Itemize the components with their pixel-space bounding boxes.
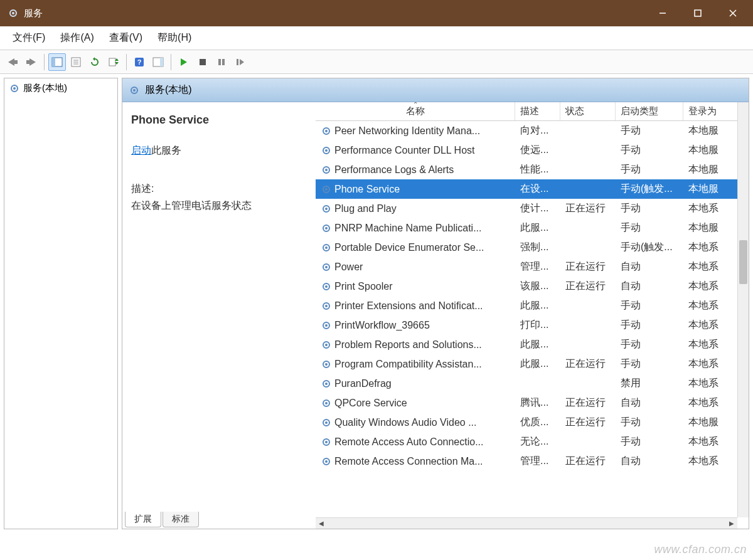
service-description: 强制... <box>515 241 560 254</box>
service-row[interactable]: Plug and Play使计...正在运行手动本地系 <box>316 199 749 218</box>
service-name: Remote Access Auto Connectio... <box>334 436 483 448</box>
gear-icon <box>321 203 332 214</box>
service-startup-type: 手动 <box>616 124 683 137</box>
service-name: Print Spooler <box>334 281 393 292</box>
action-pane-button[interactable] <box>149 53 167 71</box>
refresh-button[interactable] <box>86 53 104 71</box>
tree-root-services-local[interactable]: 服务(本地) <box>4 78 117 98</box>
close-button[interactable] <box>715 0 750 26</box>
gear-icon <box>321 281 332 292</box>
service-name: Plug and Play <box>334 203 397 214</box>
service-startup-type: 自动 <box>616 396 683 409</box>
service-row[interactable]: Peer Networking Identity Mana...向对...手动本… <box>316 121 749 140</box>
service-row[interactable]: Portable Device Enumerator Se...强制...手动(… <box>316 238 749 257</box>
maximize-button[interactable] <box>680 0 715 26</box>
service-row[interactable]: Problem Reports and Solutions...此服...手动本… <box>316 335 749 354</box>
column-startup-label: 启动类型 <box>621 105 658 117</box>
minimize-button[interactable] <box>645 0 680 26</box>
service-row[interactable]: Performance Counter DLL Host使远...手动本地服 <box>316 140 749 160</box>
service-description: 性能... <box>515 163 560 176</box>
menu-view[interactable]: 查看(V) <box>102 28 150 48</box>
restart-service-button[interactable] <box>232 53 249 71</box>
menu-help[interactable]: 帮助(H) <box>150 28 199 48</box>
svg-point-51 <box>325 305 328 307</box>
gear-icon <box>321 398 332 409</box>
service-row[interactable]: Print Spooler该服...正在运行自动本地系 <box>316 277 749 296</box>
gear-icon <box>321 359 332 370</box>
service-description: 使计... <box>515 202 560 215</box>
show-hide-tree-button[interactable] <box>48 53 66 71</box>
service-description: 该服... <box>515 280 560 293</box>
horizontal-scrollbar[interactable]: ◀ ▶ <box>316 517 737 529</box>
gear-icon <box>321 378 332 389</box>
service-startup-type: 手动 <box>616 416 683 429</box>
service-row[interactable]: PNRP Machine Name Publicati...此服...手动本地服 <box>316 218 749 238</box>
detail-pane: Phone Service 启动此服务 描述: 在设备上管理电话服务状态 <box>122 102 316 529</box>
service-startup-type: 手动 <box>616 163 683 176</box>
nav-forward-button[interactable] <box>23 53 40 71</box>
svg-rect-3 <box>695 10 701 16</box>
scroll-left-icon[interactable]: ◀ <box>316 518 327 529</box>
service-row[interactable]: Program Compatibility Assistan...此服...正在… <box>316 354 749 374</box>
service-status: 正在运行 <box>560 416 616 429</box>
service-description: 无论... <box>515 435 560 448</box>
service-row[interactable]: Quality Windows Audio Video ...优质...正在运行… <box>316 413 749 432</box>
scroll-right-icon[interactable]: ▶ <box>726 518 737 529</box>
service-status: 正在运行 <box>560 396 616 409</box>
gear-icon <box>129 85 140 96</box>
service-startup-type: 手动 <box>616 202 683 215</box>
svg-point-57 <box>325 363 328 366</box>
view-tabs: 扩展 标准 <box>125 512 200 527</box>
service-status: 正在运行 <box>560 455 616 468</box>
service-row[interactable]: Remote Access Connection Ma...管理...正在运行自… <box>316 452 749 471</box>
service-description: 打印... <box>515 319 560 332</box>
column-description[interactable]: 描述 <box>515 102 560 120</box>
service-row[interactable]: Printer Extensions and Notificat...此服...… <box>316 296 749 315</box>
help-button[interactable]: ? <box>131 53 148 71</box>
service-row[interactable]: Power管理...正在运行自动本地系 <box>316 257 749 277</box>
svg-rect-23 <box>200 59 206 65</box>
service-name: Remote Access Connection Ma... <box>334 456 483 467</box>
service-row[interactable]: Remote Access Auto Connectio...无论...手动本地… <box>316 432 749 452</box>
start-service-button[interactable] <box>175 53 193 71</box>
right-panel: 服务(本地) Phone Service 启动此服务 描述: 在设备上管理电话服… <box>122 78 749 529</box>
service-startup-type: 手动(触发... <box>616 182 683 196</box>
svg-point-63 <box>325 421 328 424</box>
toolbar: ? <box>0 50 753 74</box>
start-service-link[interactable]: 启动 <box>131 145 151 156</box>
vertical-scrollbar[interactable] <box>737 102 749 517</box>
service-row[interactable]: QPCore Service腾讯...正在运行自动本地系 <box>316 393 749 413</box>
svg-rect-21 <box>160 58 163 66</box>
gear-icon <box>321 262 332 273</box>
pause-service-button[interactable] <box>213 53 230 71</box>
export-button[interactable] <box>105 53 122 71</box>
svg-point-49 <box>325 285 328 288</box>
svg-rect-25 <box>222 59 225 65</box>
nav-back-button[interactable] <box>4 53 21 71</box>
stop-service-button[interactable] <box>194 53 211 71</box>
service-name: Portable Device Enumerator Se... <box>334 242 484 253</box>
menu-file[interactable]: 文件(F) <box>5 28 53 48</box>
svg-point-61 <box>325 402 328 404</box>
svg-text:?: ? <box>137 58 142 66</box>
column-name[interactable]: ⌃ 名称 <box>316 102 515 120</box>
service-row[interactable]: Phone Service在设...手动(触发...本地服 <box>316 179 749 199</box>
column-startup-type[interactable]: 启动类型 <box>616 102 683 120</box>
properties-button[interactable] <box>67 53 85 71</box>
service-row[interactable]: Performance Logs & Alerts性能...手动本地服 <box>316 160 749 179</box>
service-row[interactable]: PuranDefrag禁用本地系 <box>316 374 749 393</box>
right-content: Phone Service 启动此服务 描述: 在设备上管理电话服务状态 ⌃ 名… <box>122 102 749 529</box>
gear-icon <box>321 164 332 176</box>
list-header: ⌃ 名称 描述 状态 启动类型 登录为 <box>316 102 749 121</box>
toolbar-separator <box>44 54 45 70</box>
service-name: Program Compatibility Assistan... <box>334 359 482 370</box>
tab-extended[interactable]: 扩展 <box>125 512 161 527</box>
service-startup-type: 手动 <box>616 144 683 157</box>
menu-action[interactable]: 操作(A) <box>53 28 101 48</box>
service-status: 正在运行 <box>560 260 616 273</box>
tab-standard[interactable]: 标准 <box>163 512 199 527</box>
service-description: 此服... <box>515 299 560 312</box>
column-status[interactable]: 状态 <box>560 102 616 120</box>
service-row[interactable]: PrintWorkflow_39665打印...手动本地系 <box>316 315 749 335</box>
scrollbar-thumb[interactable] <box>739 240 747 284</box>
